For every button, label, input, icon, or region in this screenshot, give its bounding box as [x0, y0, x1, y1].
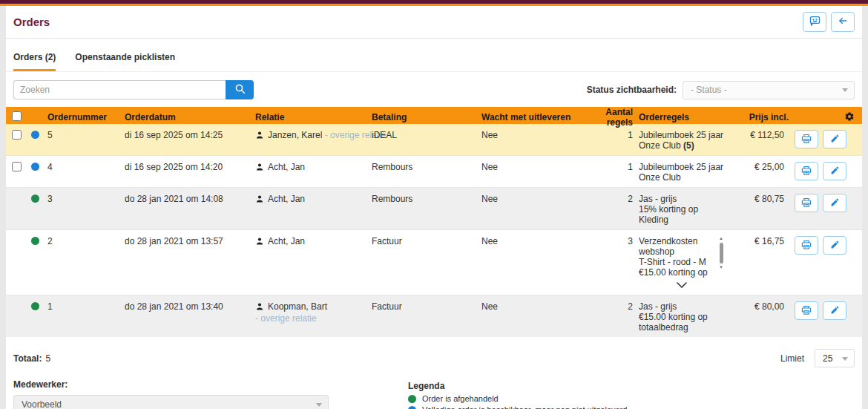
row-checkbox[interactable] [12, 162, 22, 171]
status-select-value: - Status - [691, 85, 727, 95]
edit-button[interactable] [823, 236, 846, 255]
totals-bar: Totaal:5 Limiet 25 [6, 337, 862, 367]
prijs-cell: € 80,00 [728, 295, 792, 316]
order-row-3: 3do 28 jan 2021 om 14:08Acht, JanRembour… [6, 187, 862, 229]
status-dot-blue [31, 131, 39, 139]
aantal-regels-cell: 1 [584, 156, 636, 177]
table-body: 5di 16 sep 2025 om 14:25Janzen, Karel - … [6, 124, 862, 337]
edit-button[interactable] [823, 301, 846, 320]
table-header: Ordernummer Orderdatum Relatie Betaling … [6, 107, 862, 124]
ordernummer-cell: 5 [45, 124, 122, 145]
chevron-down-icon [842, 88, 848, 92]
pencil-icon [830, 166, 840, 177]
legend-status-dot [408, 406, 416, 409]
ordernummer-cell: 1 [45, 295, 122, 316]
col-prijs-incl: Prijs incl. [728, 112, 792, 122]
orderregel-line: Jubileumboek 25 jaar Onze Club (5) [639, 130, 725, 151]
select-all-checkbox[interactable] [12, 111, 22, 121]
tab-orders[interactable]: Orders (2) [13, 52, 56, 71]
expand-chevron-icon[interactable] [639, 278, 725, 290]
orderdatum-cell: di 16 sep 2025 om 14:20 [122, 156, 252, 177]
printer-icon [800, 133, 812, 146]
print-button[interactable] [795, 130, 818, 148]
ordernummer-cell: 2 [45, 230, 122, 251]
gear-icon[interactable] [844, 111, 855, 124]
aantal-regels-cell: 2 [584, 295, 636, 316]
orderregels-cell: Jas - grijs€15.00 korting op totaalbedra… [636, 295, 728, 337]
relatie-cell: Janzen, Karel - overige relatie [252, 124, 369, 146]
orderregels-cell: Jubileumboek 25 jaar Onze Club (5) [636, 124, 728, 155]
relatie-name: Acht, Jan [268, 194, 305, 204]
legend-label: Volledige order is beschikbaar, maar nog… [422, 405, 627, 409]
status-dot-green [31, 194, 39, 203]
orders-page: Orders Orders (2) Openstaande picklisten [6, 6, 862, 409]
betaling-cell: iDEAL [369, 124, 479, 145]
medewerker-select[interactable]: Voorbeeld [13, 395, 329, 409]
legend-label: Order is afgehandeld [422, 394, 499, 403]
orderregels-cell: Jubileumboek 25 jaar Onze Club [636, 156, 728, 187]
wacht-cell: Nee [479, 230, 584, 251]
feedback-button[interactable] [803, 12, 826, 32]
orderregels-scrollbar[interactable]: ▲▼ [717, 236, 725, 278]
orderdatum-cell: do 28 jan 2021 om 13:40 [122, 295, 252, 316]
printer-icon [800, 165, 812, 178]
relatie-cell: Acht, Jan [252, 188, 369, 210]
total-count: Totaal:5 [13, 353, 50, 364]
tab-openstaande-picklisten[interactable]: Openstaande picklisten [75, 52, 175, 71]
relatie-cell: Acht, Jan [252, 156, 369, 178]
edit-button[interactable] [823, 130, 846, 148]
prijs-cell: € 80,75 [728, 188, 792, 209]
print-button[interactable] [795, 301, 818, 320]
limit-select[interactable]: 25 [815, 349, 855, 367]
order-row-2: 2do 28 jan 2021 om 13:57Acht, JanFactuur… [6, 229, 862, 295]
row-checkbox[interactable] [12, 130, 22, 140]
search-button[interactable] [226, 80, 254, 99]
edit-button[interactable] [823, 162, 846, 180]
col-orderdatum: Orderdatum [122, 112, 252, 122]
orderdatum-cell: di 16 sep 2025 om 14:25 [122, 124, 252, 145]
orderregels-scroll-area[interactable]: Verzendkosten webshopT-Shirt - rood - M€… [639, 236, 725, 278]
aantal-regels-cell: 3 [584, 230, 636, 251]
search-input[interactable] [13, 80, 226, 99]
orderdatum-cell: do 28 jan 2021 om 14:08 [122, 188, 252, 209]
prijs-cell: € 16,75 [728, 230, 792, 251]
page-header: Orders [6, 6, 862, 39]
wacht-cell: Nee [479, 295, 584, 316]
search-icon [234, 83, 246, 96]
orderregel-line: €15.00 korting op [639, 267, 714, 278]
printer-icon [800, 197, 812, 210]
print-button[interactable] [795, 236, 818, 255]
edit-button[interactable] [823, 194, 846, 212]
prijs-cell: € 25,00 [728, 156, 792, 177]
print-button[interactable] [795, 162, 818, 180]
pencil-icon [830, 240, 840, 252]
orderdatum-cell: do 28 jan 2021 om 13:57 [122, 230, 252, 251]
legend: Legenda Order is afgehandeldVolledige or… [408, 379, 771, 409]
status-visibility-label: Status zichtbaarheid: [587, 85, 677, 95]
prijs-cell: € 112,50 [728, 124, 792, 145]
relatie-name: Acht, Jan [268, 236, 305, 246]
ordernummer-cell: 3 [45, 188, 122, 209]
orderregel-line: Jas - grijs [639, 301, 725, 312]
person-icon [255, 163, 264, 174]
relatie-cell: Koopman, Bart- overige relatie [252, 295, 369, 328]
back-button[interactable] [831, 12, 855, 32]
orderregel-line: €15.00 korting op totaalbedrag [639, 312, 725, 333]
person-icon [255, 131, 264, 142]
person-icon [255, 194, 264, 206]
orderregel-line: T-Shirt - rood - M [639, 257, 714, 267]
orderregels-cell: Verzendkosten webshopT-Shirt - rood - M€… [636, 230, 728, 295]
chevron-down-icon [316, 403, 322, 407]
aantal-regels-cell: 1 [584, 124, 636, 145]
printer-icon [800, 239, 812, 252]
pencil-icon [830, 305, 840, 317]
legend-item: Volledige order is beschikbaar, maar nog… [408, 405, 771, 409]
print-button[interactable] [795, 194, 818, 212]
printer-icon [800, 304, 812, 318]
betaling-cell: Factuur [369, 230, 479, 251]
overige-relatie-link[interactable]: - overige relatie [255, 313, 317, 324]
status-select[interactable]: - Status - [683, 81, 855, 99]
legend-status-dot [408, 395, 416, 403]
toolbar: Status zichtbaarheid: - Status - [6, 72, 862, 107]
betaling-cell: Rembours [369, 156, 479, 177]
